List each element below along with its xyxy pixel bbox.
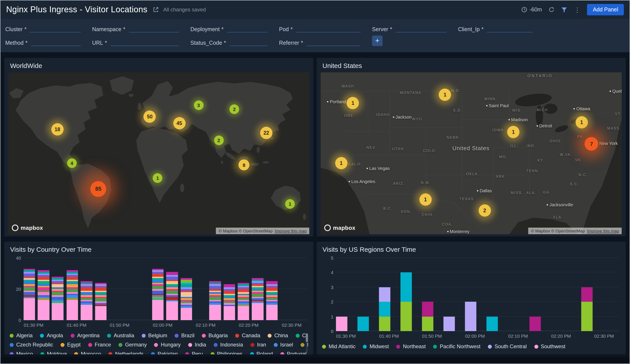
required-marker: * <box>291 26 293 32</box>
improve-map-link[interactable]: Improve this map <box>275 229 307 233</box>
legend-item[interactable]: Northeast <box>396 343 426 350</box>
bar-segment <box>24 277 35 278</box>
filter-input-deployment[interactable] <box>227 25 268 32</box>
legend-item[interactable]: China <box>268 333 288 339</box>
map-cluster-marker[interactable]: 1 <box>347 97 359 109</box>
bar-segment <box>166 277 178 280</box>
map-cluster-marker[interactable]: 1 <box>576 116 588 128</box>
legend-item[interactable]: Mid Atlantic <box>322 343 356 350</box>
filter-input-referrer[interactable] <box>306 38 361 46</box>
legend-item[interactable]: Portugal <box>280 351 306 354</box>
legend-dot <box>10 334 14 338</box>
filter-label: Status_Code <box>190 40 222 46</box>
filter-input-cluster[interactable] <box>30 25 81 32</box>
legend-item[interactable]: Iran <box>250 342 266 348</box>
legend-item[interactable]: Germany <box>118 342 147 348</box>
map-cluster-marker[interactable]: 18 <box>51 123 64 135</box>
legend-dot <box>214 343 218 347</box>
legend-item[interactable]: Belgium <box>142 333 167 339</box>
legend-item[interactable]: Philippines <box>210 351 242 354</box>
refresh-icon[interactable] <box>548 6 555 13</box>
legend-item[interactable]: Southwest <box>534 343 565 350</box>
legend-item[interactable]: South Central <box>488 343 527 350</box>
map-cluster-marker[interactable]: 4 <box>67 159 76 168</box>
filter-input-status-code[interactable] <box>230 38 268 46</box>
more-menu-icon[interactable]: ⋮ <box>574 6 581 13</box>
legend-item[interactable]: Argentina <box>70 333 100 339</box>
legend-item[interactable]: Israel <box>274 342 293 348</box>
filter-input-client-ip[interactable] <box>487 25 532 32</box>
map-cluster-marker[interactable]: 45 <box>173 117 185 129</box>
bar-stack <box>224 284 235 320</box>
map-cluster-marker[interactable]: 1 <box>153 173 162 183</box>
map-cluster-marker[interactable]: 2 <box>230 104 239 114</box>
filter-input-url[interactable] <box>110 38 179 46</box>
bar-segment <box>224 299 235 300</box>
legend-label: France <box>94 342 111 348</box>
mapbox-logo-icon <box>324 225 331 231</box>
bar-segment <box>166 289 178 291</box>
map-cluster-marker[interactable]: 50 <box>144 110 156 123</box>
legend-item[interactable]: Moldova <box>40 351 67 354</box>
filter-input-namespace[interactable] <box>129 25 179 32</box>
map-cluster-marker[interactable]: 1 <box>335 157 347 169</box>
share-icon[interactable] <box>153 6 159 13</box>
improve-map-link[interactable]: Improve this map <box>587 229 619 233</box>
world-map-canvas[interactable]: mapbox © Mapbox © OpenStreetMap Improve … <box>8 72 309 234</box>
legend-item[interactable]: Mexico <box>10 351 33 354</box>
legend-item[interactable]: Pacific Northwest <box>433 343 480 350</box>
map-cluster-marker[interactable]: 22 <box>260 127 272 139</box>
add-panel-button[interactable]: Add Panel <box>587 4 624 15</box>
map-cluster-marker[interactable]: 7 <box>585 137 598 151</box>
legend-item[interactable]: Morocco <box>74 351 101 354</box>
mapbox-logo[interactable]: mapbox <box>324 225 355 231</box>
legend-item[interactable]: Netherlands <box>108 351 144 354</box>
filter-icon[interactable] <box>561 6 568 13</box>
legend-item[interactable]: Peru <box>185 351 203 354</box>
map-cluster-marker[interactable]: 1 <box>439 88 451 101</box>
map-cluster-marker[interactable]: 1 <box>419 193 432 205</box>
add-filter-button[interactable]: + <box>372 35 382 46</box>
legend-dot <box>40 334 44 338</box>
bar-segment <box>209 291 221 292</box>
filter-input-server[interactable] <box>396 25 446 32</box>
legend-item[interactable]: Pakistan <box>151 351 178 354</box>
map-cluster-marker[interactable]: 2 <box>479 204 491 217</box>
city-dot <box>348 181 350 182</box>
legend-item[interactable]: Angola <box>40 333 63 339</box>
map-cluster-marker[interactable]: 1 <box>507 126 520 138</box>
map-cluster-marker[interactable]: 1 <box>285 199 295 209</box>
legend-item[interactable]: Australia <box>107 333 134 339</box>
filter-input-method[interactable] <box>31 38 81 46</box>
mapbox-logo[interactable]: mapbox <box>12 225 43 231</box>
legend-item[interactable]: Canada <box>235 333 260 339</box>
legend-item[interactable]: Indonesia <box>214 342 243 348</box>
legend-label: Algeria <box>16 333 33 339</box>
legend-item[interactable]: France <box>88 342 111 348</box>
us-map-canvas[interactable]: mapbox © Mapbox © OpenStreetMap Improve … <box>321 72 622 234</box>
bar-segment <box>252 299 264 300</box>
legend-item[interactable]: Czech Republic <box>10 342 53 348</box>
map-cluster-marker[interactable]: 8 <box>238 159 250 170</box>
legend-item[interactable]: Bulgaria <box>202 333 228 339</box>
legend-item[interactable]: Brazil <box>174 333 194 339</box>
legend-item[interactable]: Egypt <box>60 342 80 348</box>
map-cluster-marker[interactable]: 85 <box>90 181 106 197</box>
map-cluster-marker[interactable]: 3 <box>194 100 203 110</box>
filter-input-pod[interactable] <box>296 25 361 32</box>
legend-scrollbar[interactable] <box>306 333 308 353</box>
bar-segment <box>166 286 178 288</box>
legend-item[interactable]: Hungary <box>154 342 181 348</box>
legend-item[interactable]: Poland <box>250 351 273 354</box>
bar-segment <box>66 295 78 298</box>
legend-item[interactable]: Algeria <box>10 333 33 339</box>
legend-item[interactable]: India <box>188 342 206 348</box>
state-label: NEBR. <box>446 135 460 139</box>
time-range-button[interactable]: -60m <box>521 6 542 13</box>
filter-label: Client_Ip <box>458 26 480 32</box>
legend-item[interactable]: Midwest <box>363 343 389 350</box>
x-tick-label: 02:30 PM <box>594 333 614 339</box>
map-cluster-marker[interactable]: 2 <box>214 135 224 145</box>
bar-segment <box>238 297 250 299</box>
mapbox-logo-icon <box>12 225 18 231</box>
